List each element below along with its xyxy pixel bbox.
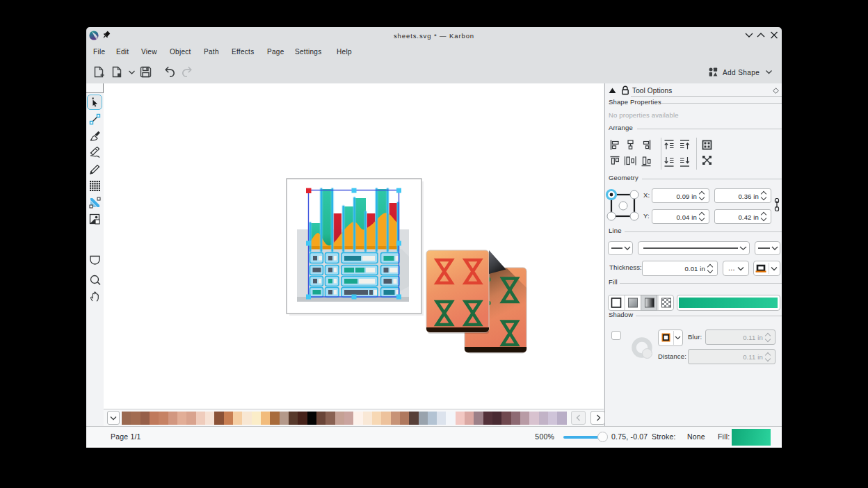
- svg-text:...: ...: [728, 263, 735, 272]
